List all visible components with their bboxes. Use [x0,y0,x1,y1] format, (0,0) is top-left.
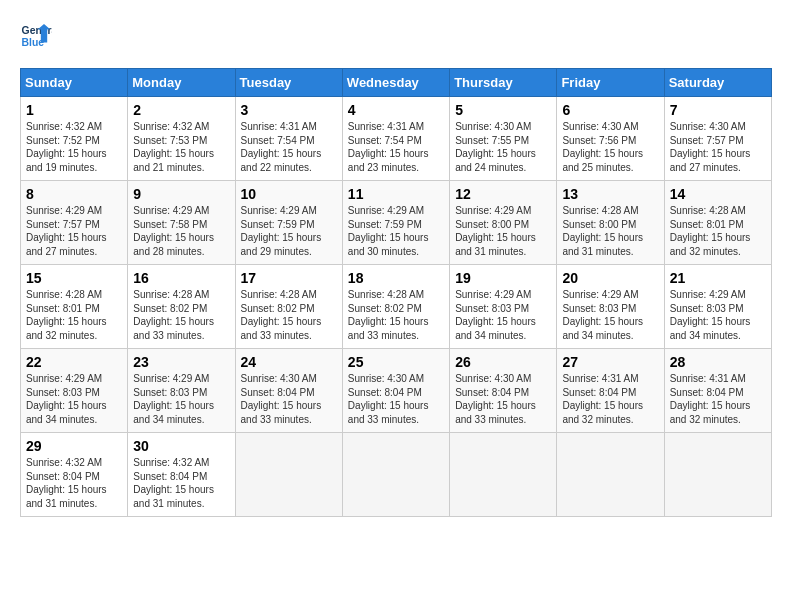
day-info: Sunrise: 4:32 AM Sunset: 8:04 PM Dayligh… [26,456,122,510]
calendar-cell: 5Sunrise: 4:30 AM Sunset: 7:55 PM Daylig… [450,97,557,181]
day-info: Sunrise: 4:29 AM Sunset: 8:03 PM Dayligh… [455,288,551,342]
calendar-cell [235,433,342,517]
day-info: Sunrise: 4:32 AM Sunset: 7:53 PM Dayligh… [133,120,229,174]
day-number: 17 [241,270,337,286]
weekday-header-wednesday: Wednesday [342,69,449,97]
day-info: Sunrise: 4:30 AM Sunset: 7:57 PM Dayligh… [670,120,766,174]
day-info: Sunrise: 4:31 AM Sunset: 7:54 PM Dayligh… [241,120,337,174]
calendar-cell [664,433,771,517]
day-info: Sunrise: 4:29 AM Sunset: 8:03 PM Dayligh… [26,372,122,426]
day-info: Sunrise: 4:30 AM Sunset: 7:55 PM Dayligh… [455,120,551,174]
calendar-cell: 16Sunrise: 4:28 AM Sunset: 8:02 PM Dayli… [128,265,235,349]
day-info: Sunrise: 4:28 AM Sunset: 8:00 PM Dayligh… [562,204,658,258]
calendar-cell: 13Sunrise: 4:28 AM Sunset: 8:00 PM Dayli… [557,181,664,265]
day-info: Sunrise: 4:31 AM Sunset: 8:04 PM Dayligh… [562,372,658,426]
calendar-cell: 26Sunrise: 4:30 AM Sunset: 8:04 PM Dayli… [450,349,557,433]
calendar-cell: 2Sunrise: 4:32 AM Sunset: 7:53 PM Daylig… [128,97,235,181]
page-header: General Blue [20,20,772,52]
day-info: Sunrise: 4:28 AM Sunset: 8:01 PM Dayligh… [670,204,766,258]
weekday-header-thursday: Thursday [450,69,557,97]
day-number: 21 [670,270,766,286]
day-info: Sunrise: 4:32 AM Sunset: 8:04 PM Dayligh… [133,456,229,510]
day-info: Sunrise: 4:28 AM Sunset: 8:02 PM Dayligh… [348,288,444,342]
day-number: 14 [670,186,766,202]
calendar-cell: 14Sunrise: 4:28 AM Sunset: 8:01 PM Dayli… [664,181,771,265]
calendar-week-3: 15Sunrise: 4:28 AM Sunset: 8:01 PM Dayli… [21,265,772,349]
day-number: 27 [562,354,658,370]
day-number: 6 [562,102,658,118]
day-info: Sunrise: 4:28 AM Sunset: 8:02 PM Dayligh… [241,288,337,342]
day-number: 1 [26,102,122,118]
calendar-cell: 19Sunrise: 4:29 AM Sunset: 8:03 PM Dayli… [450,265,557,349]
calendar-week-2: 8Sunrise: 4:29 AM Sunset: 7:57 PM Daylig… [21,181,772,265]
calendar-cell: 29Sunrise: 4:32 AM Sunset: 8:04 PM Dayli… [21,433,128,517]
day-number: 3 [241,102,337,118]
calendar-cell: 30Sunrise: 4:32 AM Sunset: 8:04 PM Dayli… [128,433,235,517]
calendar-cell: 15Sunrise: 4:28 AM Sunset: 8:01 PM Dayli… [21,265,128,349]
day-number: 26 [455,354,551,370]
calendar-cell: 1Sunrise: 4:32 AM Sunset: 7:52 PM Daylig… [21,97,128,181]
weekday-header-tuesday: Tuesday [235,69,342,97]
day-number: 12 [455,186,551,202]
calendar-cell: 28Sunrise: 4:31 AM Sunset: 8:04 PM Dayli… [664,349,771,433]
calendar-cell [342,433,449,517]
day-info: Sunrise: 4:30 AM Sunset: 8:04 PM Dayligh… [348,372,444,426]
calendar-cell: 6Sunrise: 4:30 AM Sunset: 7:56 PM Daylig… [557,97,664,181]
calendar-cell: 22Sunrise: 4:29 AM Sunset: 8:03 PM Dayli… [21,349,128,433]
calendar-cell [450,433,557,517]
day-info: Sunrise: 4:28 AM Sunset: 8:02 PM Dayligh… [133,288,229,342]
day-info: Sunrise: 4:30 AM Sunset: 8:04 PM Dayligh… [455,372,551,426]
day-number: 7 [670,102,766,118]
day-number: 28 [670,354,766,370]
day-number: 11 [348,186,444,202]
day-number: 18 [348,270,444,286]
day-number: 10 [241,186,337,202]
day-number: 2 [133,102,229,118]
calendar-cell: 3Sunrise: 4:31 AM Sunset: 7:54 PM Daylig… [235,97,342,181]
logo-icon: General Blue [20,20,52,52]
calendar-week-4: 22Sunrise: 4:29 AM Sunset: 8:03 PM Dayli… [21,349,772,433]
weekday-header-monday: Monday [128,69,235,97]
day-info: Sunrise: 4:30 AM Sunset: 7:56 PM Dayligh… [562,120,658,174]
day-number: 19 [455,270,551,286]
calendar-cell: 4Sunrise: 4:31 AM Sunset: 7:54 PM Daylig… [342,97,449,181]
calendar-cell [557,433,664,517]
day-info: Sunrise: 4:29 AM Sunset: 7:58 PM Dayligh… [133,204,229,258]
day-number: 8 [26,186,122,202]
calendar-cell: 18Sunrise: 4:28 AM Sunset: 8:02 PM Dayli… [342,265,449,349]
logo: General Blue [20,20,52,52]
day-number: 24 [241,354,337,370]
weekday-header-friday: Friday [557,69,664,97]
calendar-cell: 12Sunrise: 4:29 AM Sunset: 8:00 PM Dayli… [450,181,557,265]
day-info: Sunrise: 4:29 AM Sunset: 7:57 PM Dayligh… [26,204,122,258]
calendar-cell: 23Sunrise: 4:29 AM Sunset: 8:03 PM Dayli… [128,349,235,433]
day-info: Sunrise: 4:29 AM Sunset: 7:59 PM Dayligh… [241,204,337,258]
day-number: 29 [26,438,122,454]
calendar-cell: 20Sunrise: 4:29 AM Sunset: 8:03 PM Dayli… [557,265,664,349]
calendar: SundayMondayTuesdayWednesdayThursdayFrid… [20,68,772,517]
day-info: Sunrise: 4:30 AM Sunset: 8:04 PM Dayligh… [241,372,337,426]
day-number: 25 [348,354,444,370]
day-info: Sunrise: 4:29 AM Sunset: 7:59 PM Dayligh… [348,204,444,258]
weekday-header-saturday: Saturday [664,69,771,97]
calendar-cell: 8Sunrise: 4:29 AM Sunset: 7:57 PM Daylig… [21,181,128,265]
day-number: 5 [455,102,551,118]
calendar-cell: 24Sunrise: 4:30 AM Sunset: 8:04 PM Dayli… [235,349,342,433]
day-number: 4 [348,102,444,118]
calendar-cell: 11Sunrise: 4:29 AM Sunset: 7:59 PM Dayli… [342,181,449,265]
day-number: 23 [133,354,229,370]
calendar-cell: 27Sunrise: 4:31 AM Sunset: 8:04 PM Dayli… [557,349,664,433]
day-number: 15 [26,270,122,286]
calendar-cell: 10Sunrise: 4:29 AM Sunset: 7:59 PM Dayli… [235,181,342,265]
day-info: Sunrise: 4:31 AM Sunset: 7:54 PM Dayligh… [348,120,444,174]
calendar-cell: 25Sunrise: 4:30 AM Sunset: 8:04 PM Dayli… [342,349,449,433]
calendar-cell: 7Sunrise: 4:30 AM Sunset: 7:57 PM Daylig… [664,97,771,181]
day-number: 22 [26,354,122,370]
weekday-header-sunday: Sunday [21,69,128,97]
day-number: 16 [133,270,229,286]
day-number: 30 [133,438,229,454]
calendar-week-5: 29Sunrise: 4:32 AM Sunset: 8:04 PM Dayli… [21,433,772,517]
day-info: Sunrise: 4:29 AM Sunset: 8:00 PM Dayligh… [455,204,551,258]
calendar-week-1: 1Sunrise: 4:32 AM Sunset: 7:52 PM Daylig… [21,97,772,181]
day-info: Sunrise: 4:29 AM Sunset: 8:03 PM Dayligh… [133,372,229,426]
